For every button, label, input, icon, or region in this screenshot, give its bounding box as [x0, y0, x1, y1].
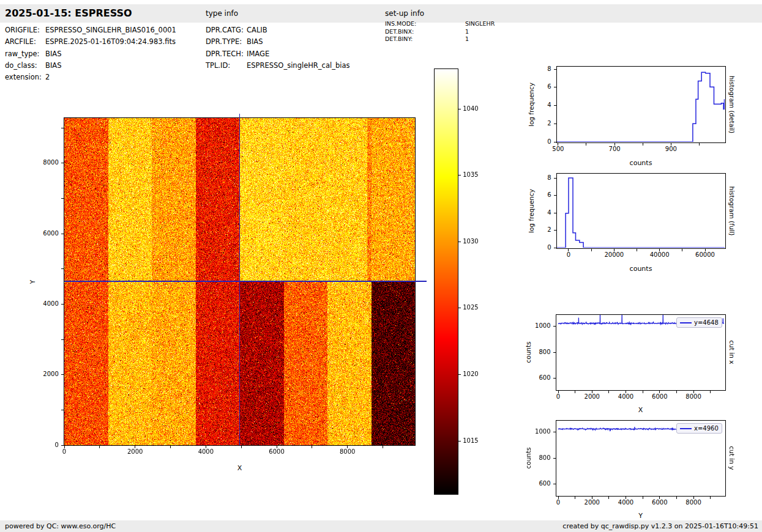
colorbar-tick-label: 1035 — [463, 171, 478, 179]
histogram-full-xtick — [682, 249, 682, 251]
histogram-full-plot-area — [557, 174, 725, 248]
histogram-detail-ytick-label: 6 — [521, 83, 551, 91]
colorbar-tick-label: 1020 — [463, 371, 478, 378]
histogram-detail-ytick — [554, 69, 556, 70]
histogram-detail-ytick-label: 4 — [521, 102, 551, 109]
cut-in-x-ytick — [553, 326, 556, 327]
bias-image-ytick — [61, 304, 64, 305]
histogram-detail-plot-area — [557, 67, 725, 142]
cut-in-y-legend-line-sample — [680, 428, 692, 429]
qc-report-page: 2025-01-15: ESPRESSO type info set-up in… — [0, 0, 762, 532]
cut-in-x-xtick — [710, 391, 711, 393]
histogram-detail-ytick — [554, 142, 556, 142]
histogram-detail-ytick-label: 0 — [521, 138, 551, 146]
bias-image-xtick — [170, 446, 171, 448]
histogram-full-ytick — [554, 248, 556, 248]
cut-in-y-xtick-label: 8000 — [675, 499, 712, 506]
footer-created-by: created by qc_rawdisp.py v1.2.3 on 2025-… — [562, 520, 758, 532]
figure-area: 0200040006000800002000400060008000XY1015… — [0, 0, 762, 532]
colorbar-tick — [458, 175, 461, 175]
histogram-full-xtick-label: 60000 — [687, 251, 723, 259]
bias-image-xtick — [99, 446, 100, 448]
cut-in-y-ytick-label: 1000 — [520, 428, 551, 435]
histogram-detail-right-label: histogram (detail) — [728, 75, 736, 133]
bias-image-xtick-label: 0 — [46, 448, 83, 456]
cut-in-x-xtick-label: 2000 — [573, 393, 610, 401]
cut-in-x-xtick — [608, 391, 609, 393]
histogram-full-ytick-label: 6 — [521, 191, 551, 199]
cut-in-y-legend-label: x=4960 — [694, 425, 719, 432]
histogram-full-xtick — [591, 249, 592, 251]
histogram-full-xtick — [637, 249, 637, 251]
histogram-detail-xtick — [586, 143, 586, 146]
bias-image-ytick — [61, 410, 64, 410]
cut-in-y-xtick — [676, 497, 677, 499]
histogram-detail-xtick-label: 500 — [540, 146, 577, 153]
histogram-detail-ytick — [554, 124, 556, 124]
cut-in-y-right-label: cut in y — [728, 446, 736, 470]
bias-image-ytick — [61, 445, 64, 446]
bias-image-ytick — [61, 128, 64, 128]
bias-image-ytick — [61, 268, 64, 269]
histogram-full-step-line — [557, 178, 725, 248]
cut-in-x-xtick-label: 6000 — [641, 393, 678, 401]
histogram-full-ytick — [554, 178, 556, 179]
histogram-detail-xtick-label: 900 — [652, 146, 689, 153]
footer-credit-qc: powered by QC: www.eso.org/HC — [5, 520, 116, 532]
histogram-full-ytick-label: 2 — [521, 226, 551, 234]
histogram-detail-xtick — [699, 143, 700, 146]
histogram-full-xtick-label: 20000 — [596, 251, 632, 259]
histogram-detail-ytick-label: 2 — [521, 120, 551, 127]
bias-image-ytick — [61, 339, 64, 340]
bias-image-xtick-label: 2000 — [117, 448, 154, 456]
cut-in-x-xtick-label: 4000 — [608, 393, 644, 401]
cut-in-x-legend-line-sample — [680, 322, 692, 323]
histogram-detail-xtick — [643, 143, 643, 146]
histogram-full-histogram-svg — [557, 174, 725, 248]
cut-in-x-xtick — [643, 391, 643, 393]
bias-image-xtick — [241, 446, 242, 448]
cut-in-y-xtick-label: 6000 — [641, 499, 678, 506]
bias-image-ytick-label: 2000 — [28, 371, 59, 378]
cut-in-x-legend: y=4648 — [676, 317, 722, 328]
colorbar-tick — [458, 441, 461, 441]
bias-image-ytick-label: 4000 — [28, 300, 59, 308]
cut-in-y-xtick — [643, 497, 643, 499]
cut-in-x-xtick-label: 8000 — [675, 393, 712, 401]
cut-in-y-xtick — [710, 497, 711, 499]
bias-image-xtick — [312, 446, 312, 448]
cut-in-y-ytick — [553, 432, 556, 432]
cut-in-x-right-label: cut in x — [728, 340, 736, 364]
cut-in-y-ytick — [553, 458, 556, 459]
histogram-full-xtick-label: 0 — [550, 251, 587, 259]
colorbar-tick-label: 1015 — [463, 437, 478, 445]
cut-in-x-xtick — [575, 391, 575, 393]
bias-image-xtick-label: 6000 — [258, 448, 295, 456]
histogram-full-xlabel: counts — [557, 265, 725, 273]
bias-image-xlabel: X — [64, 464, 415, 472]
cut-in-y-legend: x=4960 — [676, 423, 722, 434]
histogram-full-ytick-label: 0 — [521, 244, 551, 251]
histogram-full-ytick-label: 8 — [521, 174, 551, 182]
bias-image-xtick — [383, 446, 383, 448]
colorbar-tick-label: 1030 — [463, 238, 478, 245]
bias-image-xtick-label: 4000 — [187, 448, 224, 456]
colorbar-tick — [458, 109, 461, 109]
colorbar-tick — [458, 308, 461, 308]
bias-image-ytick — [61, 163, 64, 163]
bias-image-crosshair-vertical — [239, 114, 240, 445]
colorbar-tick-label: 1025 — [463, 304, 478, 311]
cut-in-y-ytick-label: 600 — [520, 480, 551, 487]
bias-image-ylabel: Y — [29, 279, 36, 283]
histogram-detail-xlabel: counts — [557, 159, 725, 167]
cut-in-x-xlabel: X — [556, 406, 725, 414]
colorbar-tick — [458, 242, 461, 242]
histogram-full-ylabel: log frequency — [528, 188, 535, 232]
histogram-full-ytick — [554, 195, 556, 196]
histogram-detail-histogram-svg — [557, 67, 725, 142]
footer-bar: powered by QC: www.eso.org/HC created by… — [0, 520, 762, 532]
bias-image-ytick-label: 6000 — [28, 230, 59, 237]
colorbar-tick — [458, 374, 461, 375]
bias-image-xtick-label: 8000 — [329, 448, 366, 456]
histogram-detail-ytick — [554, 105, 556, 106]
